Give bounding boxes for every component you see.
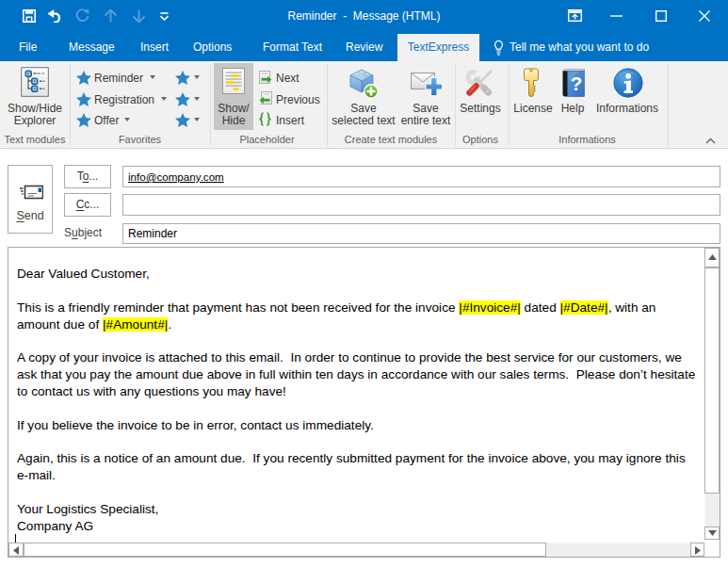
svg-text:?: ? (571, 73, 583, 94)
